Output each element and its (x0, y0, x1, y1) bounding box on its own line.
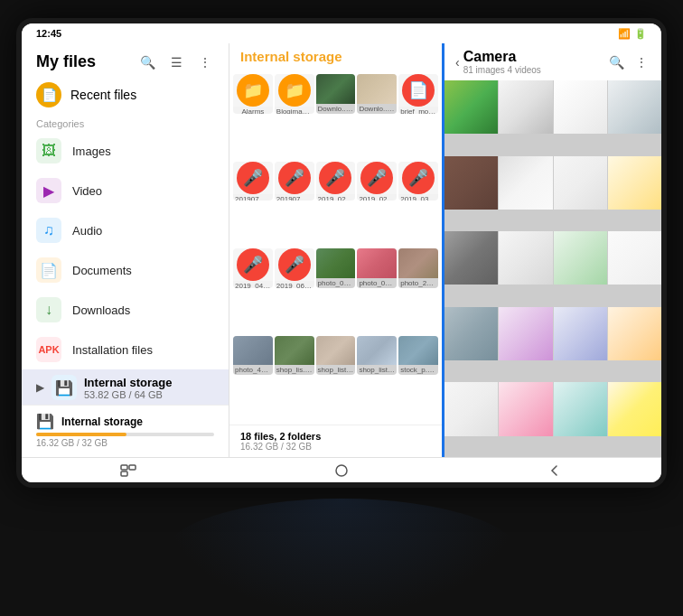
file-thumb-shop2[interactable]: shop_list_(3).jpg (316, 336, 356, 376)
file-thumb-inner: 📁 (275, 74, 314, 107)
search-icon[interactable]: 🔍 (138, 53, 156, 71)
file-grid: 📁 Alarms 📁 Blogimages Downlo (229, 70, 442, 425)
documents-icon: 📄 (36, 257, 61, 283)
internal-storage-info: Internal storage 53.82 GB / 64 GB (84, 376, 173, 400)
pdf-icon: 📄 (402, 74, 435, 107)
file-thumb-raw2[interactable]: 🎤 201907...05 raw (275, 162, 314, 201)
folder-icon: 📁 (278, 74, 311, 107)
recent-icon: 📄 (36, 82, 61, 107)
downloads-label: Downloads (72, 303, 130, 317)
list-icon[interactable]: ☰ (167, 53, 185, 71)
mic-icon: 🎤 (278, 162, 311, 194)
more-icon[interactable]: ⋮ (196, 53, 214, 71)
file-thumb-img2[interactable]: Downlo...55.png (357, 74, 397, 114)
gallery-search-icon[interactable]: 🔍 (607, 53, 625, 71)
gallery-item[interactable] (554, 307, 607, 360)
mic-icon: 🎤 (360, 162, 393, 194)
status-bar: 12:45 📶 🔋 (22, 23, 661, 43)
gallery-item[interactable] (608, 80, 661, 134)
file-name: Alarms (233, 107, 273, 114)
battery-icon: 🔋 (634, 28, 647, 40)
gallery-item[interactable] (444, 80, 498, 134)
gallery-item[interactable] (444, 382, 498, 435)
file-thumb-mp3-3[interactable]: 🎤 2019_03...8.mp3 (398, 162, 438, 201)
file-name: 2019_04...6.mp3 (233, 281, 273, 288)
storage-device-icon: 💾 (36, 413, 54, 430)
gallery-item[interactable] (499, 382, 552, 435)
file-thumb-photo1[interactable]: photo_0_(3).jpg (316, 248, 356, 288)
file-name: 2019_03...8.mp3 (398, 194, 438, 201)
files-header: My files 🔍 ☰ ⋮ (22, 43, 229, 77)
file-thumb-shop3[interactable]: shop_list_04.jpg (357, 336, 397, 376)
gallery-item[interactable] (499, 156, 552, 210)
file-thumb-stock[interactable]: stock_p...30.png (398, 336, 438, 376)
nav-bar (22, 457, 661, 482)
files-title: My files (36, 52, 96, 71)
file-thumb-mp3-1[interactable]: 🎤 2019_02...5.mp3 (316, 162, 356, 201)
gallery-item[interactable] (444, 307, 498, 360)
categories-label: Categories (22, 115, 229, 131)
recent-files-button[interactable]: 📄 Recent files (36, 82, 214, 107)
nav-list: 🖼 Images ▶ Video ♫ Audio 📄 (22, 131, 229, 405)
sidebar-item-images[interactable]: 🖼 Images (22, 131, 229, 171)
nav-recent-apps-button[interactable] (110, 461, 146, 481)
gallery-item[interactable] (608, 382, 661, 435)
file-thumb-photo3[interactable]: photo_2_(3).jpg (398, 248, 438, 288)
file-name: 2019_02...5.mp3 (316, 194, 356, 201)
storage-footer-label: Internal storage (61, 415, 143, 428)
file-thumb-photo4[interactable]: photo_4_28.jpg (233, 336, 273, 376)
center-footer: 18 files, 2 folders 16.32 GB / 32 GB (229, 425, 442, 457)
file-thumb-raw1[interactable]: 🎤 201907...11 raw (233, 162, 273, 201)
internal-storage-size: 53.82 GB / 64 GB (84, 389, 173, 400)
camera-title-group: Camera 81 images 4 videos (463, 49, 541, 75)
file-thumb-pdf[interactable]: 📄 brief_mo.pdf (398, 74, 438, 114)
file-thumb-blog[interactable]: 📁 Blogimages (275, 74, 314, 114)
file-thumb-shop1[interactable]: shop_lis...02.jpg (275, 336, 314, 376)
gallery-item[interactable] (554, 156, 607, 210)
sidebar-item-downloads[interactable]: ↓ Downloads (22, 290, 229, 330)
file-thumb-alarms[interactable]: 📁 Alarms (233, 74, 273, 114)
gallery-item[interactable] (499, 231, 552, 285)
camera-header-icons: 🔍 ⋮ (607, 53, 650, 71)
gallery-more-icon[interactable]: ⋮ (632, 53, 650, 71)
file-name: 2019_06...3.mp3 (275, 281, 314, 288)
file-name: photo_4_28.jpg (233, 365, 273, 375)
file-thumb-img1[interactable]: Downlo...56.png (316, 74, 356, 114)
svg-rect-1 (129, 465, 136, 470)
sidebar-item-installation[interactable]: APK Installation files (22, 330, 229, 369)
gallery-item[interactable] (554, 382, 607, 435)
recent-files-section[interactable]: 📄 Recent files (22, 77, 229, 115)
sidebar-item-audio[interactable]: ♫ Audio (22, 210, 229, 250)
file-thumb-photo2[interactable]: photo_0_(5).jpg (357, 248, 397, 288)
nav-back-button[interactable] (537, 461, 573, 481)
nav-home-button[interactable] (323, 461, 360, 481)
sidebar-item-internal-storage[interactable]: ▶ 💾 Internal storage 53.82 GB / 64 GB (22, 369, 229, 405)
file-thumb-mp3-5[interactable]: 🎤 2019_06...3.mp3 (275, 248, 314, 288)
back-icon: ‹ (455, 55, 460, 70)
camera-title: Camera (463, 49, 541, 65)
camera-back-button[interactable]: ‹ Camera 81 images 4 videos (455, 49, 541, 75)
chevron-right-icon: ▶ (36, 381, 44, 394)
sidebar-item-documents[interactable]: 📄 Documents (22, 250, 229, 290)
gallery-item[interactable] (444, 231, 498, 285)
file-thumb-mp3-4[interactable]: 🎤 2019_04...6.mp3 (233, 248, 273, 288)
file-thumb-mp3-2[interactable]: 🎤 2019_02...2.mp3 (357, 162, 397, 201)
file-thumb-inner: 🎤 (233, 248, 273, 281)
gallery-item[interactable] (554, 80, 607, 134)
files-header-icons: 🔍 ☰ ⋮ (138, 53, 214, 71)
status-time: 12:45 (36, 28, 61, 39)
images-label: Images (72, 145, 111, 158)
gallery-item[interactable] (608, 231, 661, 285)
footer-count: 18 files, 2 folders (240, 431, 431, 442)
video-icon: ▶ (36, 178, 61, 203)
gallery-item[interactable] (444, 156, 498, 210)
footer-size: 16.32 GB / 32 GB (240, 442, 431, 452)
mic-icon: 🎤 (237, 248, 269, 281)
gallery-item[interactable] (499, 80, 552, 134)
sidebar-item-video[interactable]: ▶ Video (22, 171, 229, 210)
gallery-item[interactable] (554, 231, 607, 285)
device-wrapper: 12:45 📶 🔋 My files 🔍 ☰ ⋮ (0, 0, 683, 616)
gallery-item[interactable] (499, 307, 552, 360)
gallery-item[interactable] (608, 307, 661, 360)
gallery-item[interactable] (608, 156, 661, 210)
